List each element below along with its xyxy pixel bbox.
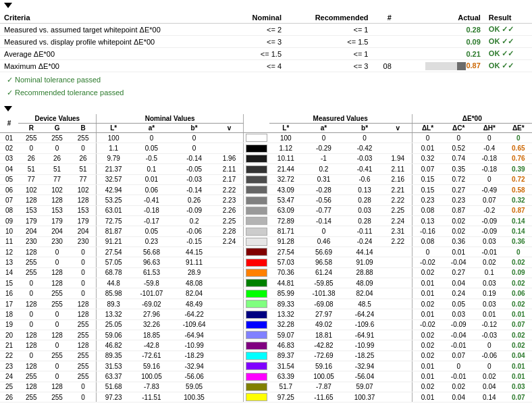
ov-b: 255 — [70, 371, 97, 382]
ov-dc: 0.72 — [443, 174, 474, 184]
ov-num: 13 — [0, 257, 18, 267]
ov-a-mes: -42.82 — [302, 340, 345, 350]
ov-b-nom: -0.15 — [173, 236, 215, 246]
ov-v-mes — [384, 361, 412, 371]
th-de: ΔE* — [505, 124, 532, 133]
ov-dc: 0.04 — [443, 392, 474, 402]
ov-swatch — [243, 371, 269, 382]
ov-dl: 0.01 — [412, 278, 443, 288]
ov-b: 128 — [70, 340, 97, 350]
ov-b-mes: -64.91 — [345, 330, 384, 340]
ov-b-mes: 0.28 — [345, 215, 384, 226]
ov-b-nom: 82.04 — [173, 288, 215, 298]
ov-r: 102 — [18, 184, 44, 194]
ov-num: 02 — [0, 143, 18, 153]
ov-v-mes — [384, 278, 412, 288]
ov-a-nom: 56.68 — [130, 247, 173, 257]
ov-a-nom: -0.17 — [130, 215, 173, 226]
ov-v-nom — [215, 267, 243, 278]
ov-de: 0.76 — [505, 153, 532, 163]
ov-l-nom: 72.75 — [97, 215, 130, 226]
ov-b-mes: 44.14 — [345, 247, 384, 257]
th-v-mes: v — [384, 124, 412, 133]
ov-de: 0.02 — [505, 257, 532, 267]
ov-b-nom: -64.22 — [173, 309, 215, 319]
ov-swatch — [243, 319, 269, 330]
th-v-nom: v — [215, 124, 243, 133]
ov-a-nom: 0 — [130, 133, 173, 143]
ov-swatch — [243, 164, 269, 174]
ov-v-nom: 2.22 — [215, 184, 243, 194]
th-b-mes: b* — [345, 124, 384, 133]
ov-dh: -0.2 — [474, 205, 505, 215]
ov-dl: 0.02 — [412, 330, 443, 340]
ov-a-mes: 59.16 — [302, 361, 345, 371]
ov-b-mes: 0.28 — [345, 195, 384, 205]
ov-dh: -0.18 — [474, 164, 505, 174]
ov-l-mes: 43.09 — [269, 184, 302, 194]
th-b-nom: b* — [173, 124, 215, 133]
ov-b: 77 — [70, 174, 97, 184]
th-r: R — [18, 124, 44, 133]
ov-r: 0 — [18, 278, 44, 288]
col-recommended: Recommended — [286, 12, 372, 24]
ov-dc: 0 — [443, 361, 474, 371]
ov-v-mes: 2.31 — [384, 226, 412, 236]
ov-l-mes: 70.36 — [269, 267, 302, 278]
ov-r: 26 — [18, 153, 44, 163]
ov-b: 230 — [70, 236, 97, 246]
ov-l-mes: 1.12 — [269, 143, 302, 153]
ov-swatch — [243, 298, 269, 309]
ov-r: 204 — [18, 226, 44, 236]
ov-g: 0 — [44, 371, 70, 382]
ov-l-mes: 89.37 — [269, 350, 302, 361]
ov-num: 04 — [0, 164, 18, 174]
ov-v-mes — [384, 330, 412, 340]
ov-swatch — [243, 382, 269, 392]
ov-a-nom: 59.16 — [130, 361, 173, 371]
ov-a-nom: -0.5 — [130, 153, 173, 163]
ov-v-nom: 2.24 — [215, 236, 243, 246]
ov-b-mes: -0.03 — [345, 153, 384, 163]
ov-l-nom: 9.79 — [97, 153, 130, 163]
ov-l-nom: 97.23 — [97, 392, 130, 402]
ov-num: 10 — [0, 226, 18, 236]
ov-v-mes — [384, 371, 412, 382]
col-num: # — [372, 12, 395, 24]
ov-b-nom: 48.08 — [173, 278, 215, 288]
ov-v-mes: 2.22 — [384, 195, 412, 205]
ov-v-nom — [215, 247, 243, 257]
ov-l-nom: 100 — [97, 133, 130, 143]
ov-g: 0 — [44, 143, 70, 153]
ov-l-nom: 89.35 — [97, 350, 130, 361]
ov-b: 255 — [70, 133, 97, 143]
summary-nominal: <= 2 — [233, 24, 286, 36]
ov-swatch — [243, 153, 269, 163]
ov-de: 0.14 — [505, 226, 532, 236]
ov-r: 0 — [18, 288, 44, 298]
ov-a-mes: 96.58 — [302, 257, 345, 267]
ov-l-nom: 57.05 — [97, 257, 130, 267]
summary-num — [372, 48, 395, 60]
ov-l-nom: 85.98 — [97, 288, 130, 298]
ov-dc: 0.02 — [443, 382, 474, 392]
ov-dh: 0.03 — [474, 278, 505, 288]
ov-a-nom: 0.1 — [130, 164, 173, 174]
ov-a-nom: 0.01 — [130, 174, 173, 184]
ov-dh: 0 — [474, 133, 505, 143]
ov-b-mes: -0.11 — [345, 226, 384, 236]
ov-b: 0 — [70, 143, 97, 153]
ov-g: 204 — [44, 226, 70, 236]
ov-v-mes: 2.21 — [384, 184, 412, 194]
ov-b-mes: -64.24 — [345, 309, 384, 319]
summary-header — [0, 0, 532, 11]
max-de-bar — [425, 62, 466, 70]
ov-de: 0.87 — [505, 205, 532, 215]
ov-dc: 0.27 — [443, 184, 474, 194]
summary-result: OK ✓✓ — [485, 36, 532, 48]
ov-swatch — [243, 340, 269, 350]
ov-dc: 0.04 — [443, 278, 474, 288]
ov-a-nom: 0.05 — [130, 143, 173, 153]
ov-dl: 0.01 — [412, 392, 443, 402]
ov-r: 51 — [18, 164, 44, 174]
